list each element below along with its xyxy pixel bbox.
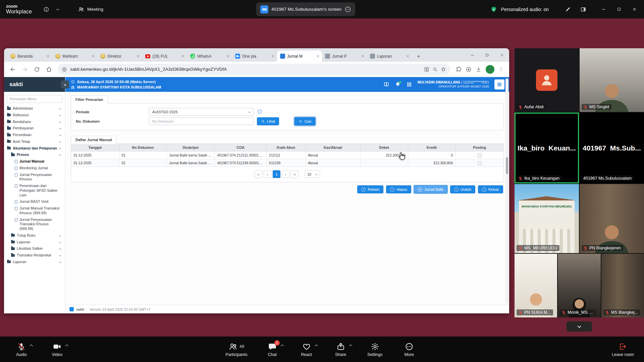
pager-next-button[interactable]: › [282,170,289,178]
no-dokumen-input[interactable] [149,117,254,125]
sidebar-item-jurnal-bast-void[interactable]: Jurnal BAST Void [6,198,63,205]
scrollbar-thumb[interactable] [506,157,508,174]
tab-close-icon[interactable] [46,54,50,58]
extension-star-icon[interactable] [466,66,472,72]
download-icon[interactable] [476,66,482,72]
tab-daftar-jurnal-manual[interactable]: Daftar Jurnal Manual [71,136,117,144]
browser-tab[interactable]: Jurnal M [277,51,322,62]
meeting-info-button[interactable] [41,4,52,15]
toolbar-participants[interactable]: 49Participants [225,342,247,357]
home-button[interactable] [44,64,54,75]
refresh-button[interactable] [32,64,42,75]
toolbar-audio[interactable]: Audio [12,342,31,357]
pager-prev-button[interactable]: ‹ [264,170,271,178]
menu-kebab-icon[interactable] [498,67,504,72]
meeting-info-chevron-button[interactable] [52,4,63,15]
participant-tile-ika-biro-keuangan[interactable]: Ika_biro Keuan...Ika_biro Keuangan [515,113,579,183]
menu-search-input[interactable] [7,95,62,103]
app-launcher-button[interactable] [494,79,504,89]
browser-tab[interactable]: Laporan [367,51,412,62]
participant-tile-ms-meureudu[interactable]: MAHKAMAH SYAR'IYAH MEUREUDUMS_MEUREUDU [515,184,579,253]
periode-select[interactable]: AUDITED 2025 [149,108,254,116]
participant-tile-monik-ms[interactable]: Monik_MS. ... [558,254,600,317]
sidebar-item-administrasi[interactable]: Administrasi [6,105,63,112]
browser-tab[interactable]: Beranda [7,51,52,62]
back-button[interactable] [7,64,18,75]
library-book-icon[interactable] [383,81,389,87]
toolbar-react[interactable]: React [297,342,316,357]
chevron-up-icon[interactable] [315,344,318,348]
more-participants-button[interactable] [567,321,592,331]
sidebar-item-aset-tetap[interactable]: Aset Tetap [6,138,63,145]
participant-tile-ms-singkil[interactable]: MS Singkil [580,48,644,112]
sidebar-item-persediaan[interactable]: Persediaan [6,132,63,138]
sidebar-item-tutup-buku[interactable]: Tutup Buku [6,232,63,239]
shared-screen-options-icon[interactable] [344,6,351,13]
bookmark-star-icon[interactable] [441,67,446,72]
translate-icon[interactable] [424,67,429,72]
browser-tab[interactable]: WhatsA [187,51,232,62]
jurnal-balik-button[interactable]: ↩Jurnal Balik [414,185,447,193]
profile-avatar[interactable] [486,65,494,74]
window-maximize-button[interactable] [611,0,627,18]
address-bar[interactable]: sakti.kemenkeu.go.id/jkAh-1Uas5BmJAVpX1_… [58,64,450,75]
browser-tab[interactable]: Direktor [97,51,142,62]
participant-tile-pn-suka-m[interactable]: PN SUKA M... [515,254,557,317]
toolbar-share[interactable]: Share [331,342,350,357]
view-layout-button[interactable] [578,4,589,15]
tab-close-icon[interactable] [271,54,275,58]
sidebar-item-jurnal-manual[interactable]: Jurnal Manual [6,158,63,165]
browser-tab[interactable]: Mahkam [52,51,97,62]
refresh-periode-button[interactable] [257,109,263,115]
rekam-button[interactable]: +Rekam [357,185,383,193]
sidebar-item-transaksi-resiprokal[interactable]: Transaksi Resiprokal [6,252,63,259]
chevron-up-icon[interactable] [30,344,33,348]
tab-close-icon[interactable] [361,54,365,58]
chevron-up-icon[interactable] [349,344,352,348]
tab-close-icon[interactable] [136,54,140,58]
toolbar-chat[interactable]: 1Chat [263,342,282,357]
extensions-puzzle-icon[interactable] [455,66,462,72]
tab-filter-pencarian[interactable]: Filter Pencarian [71,96,108,104]
tab-close-icon[interactable] [91,54,95,58]
sidebar-item-akuntansi-dan-pelaporan[interactable]: Akuntansi dan Pelaporan [6,145,63,152]
browser-scrollbar[interactable] [505,78,508,303]
chevron-up-icon[interactable] [65,344,69,348]
site-info-icon[interactable] [62,67,67,72]
tab-close-icon[interactable] [406,54,410,58]
keluar-button[interactable]: →Keluar [478,185,503,193]
forward-button[interactable] [19,64,30,75]
sidebar-item-jurnal-penyesuaian-transaksi-khusus-999-99[interactable]: Jurnal Penyesuaian Transaksi Khusus (999… [6,217,63,232]
posting-checkbox[interactable] [478,154,482,158]
participant-tile-401967-ms-subulussalam[interactable]: 401967 Ms.Sub...401967 Ms.Subulussalam [580,113,644,183]
sidebar-item-jurnal-penyesuaian-khusus[interactable]: Jurnal Penyesuaian Khusus [6,172,63,183]
toolbar-leave-room[interactable]: Leave room [612,342,634,357]
participant-tile-ms-blangkej[interactable]: MS Blangkej... [601,254,644,317]
sidebar-item-proses[interactable]: Proses [6,152,63,158]
toolbar-video[interactable]: Video [48,342,66,357]
sidebar-item-laporan[interactable]: Laporan [6,259,63,265]
participant-tile-aufar-abdi[interactable]: Aufar Abdi [515,48,579,112]
table-row[interactable]: 31-12-202501Jurnal Balik karna Salah Nil… [71,152,503,159]
tab-close-icon[interactable] [316,54,320,58]
chevron-up-icon[interactable] [280,344,284,348]
tab-close-icon[interactable] [181,54,185,58]
browser-tab[interactable]: (28) FUL [142,51,187,62]
tab-close-icon[interactable] [226,54,230,58]
window-close-button[interactable] [627,0,642,18]
participant-tile-pn-blangkejeren[interactable]: PN Blangkejeren [580,184,644,253]
toolbar-settings[interactable]: Settings [366,342,384,357]
hapus-button[interactable]: −Hapus [386,185,411,193]
browser-maximize-button[interactable] [480,48,494,62]
sidebar-item-monitoring-jurnal[interactable]: Monitoring Jurnal [6,165,63,172]
cari-button[interactable]: Cari [294,117,315,125]
sidebar-item-bendahara[interactable]: Bendahara [6,119,63,125]
sidebar-item-referensi[interactable]: Referensi [6,112,63,119]
browser-close-button[interactable] [494,48,509,62]
browser-minimize-button[interactable] [465,48,480,62]
sidebar-item-pembayaran[interactable]: Pembayaran [6,125,63,132]
tab-shared-screen[interactable]: 4M 401967 Ms.Subulussalam's screen [256,2,355,16]
unduh-button[interactable]: ↓Unduh [450,185,475,193]
page-size-select[interactable]: 10 [305,170,320,178]
pager-last-button[interactable]: » [291,170,299,178]
